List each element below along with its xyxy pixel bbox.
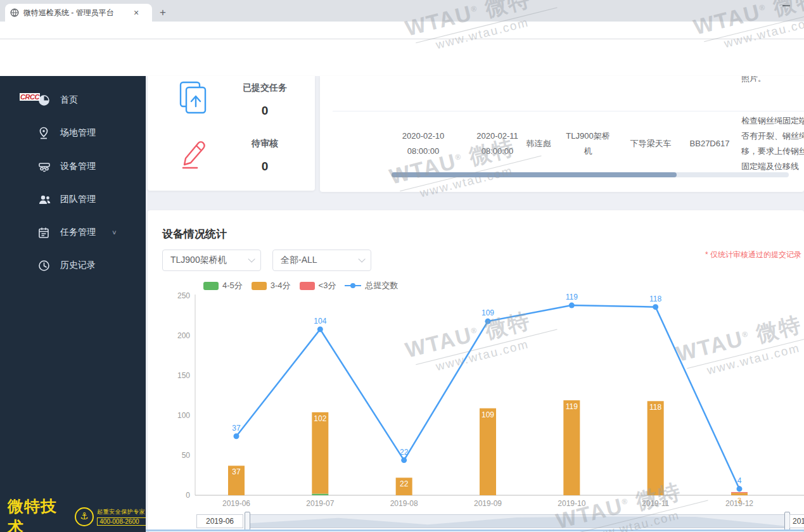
svg-text:22: 22 [400, 448, 409, 457]
svg-text:50: 50 [182, 451, 191, 460]
svg-text:2019-11: 2019-11 [642, 499, 669, 508]
svg-text:2019-08: 2019-08 [390, 499, 418, 508]
sidebar-item-sites[interactable]: 场地管理 [0, 120, 146, 146]
table-hscrollbar-track[interactable] [392, 172, 789, 177]
device-type-select[interactable]: TLJ900架桥机 [162, 250, 261, 271]
sidebar-item-label: 场地管理 [60, 127, 96, 139]
svg-text:104: 104 [314, 317, 326, 326]
svg-text:118: 118 [649, 294, 661, 303]
tab-close-icon[interactable]: × [134, 8, 139, 17]
sidebar-item-label: 任务管理 [60, 227, 96, 238]
datazoom-slider-track[interactable] [248, 514, 786, 528]
svg-text:119: 119 [566, 402, 578, 411]
sidebar-item-label: 历史记录 [60, 260, 96, 271]
stats-card: 已提交任务 0 待审核 0 [148, 76, 315, 191]
location-icon [38, 127, 49, 139]
sidebar: 首页场地管理设备管理团队管理任务管理∨历史记录 微特技术 起重安全保护专家 40… [0, 76, 146, 532]
table-cell: BB27D617 [690, 136, 730, 151]
svg-text:150: 150 [177, 371, 190, 380]
svg-text:100: 100 [177, 411, 190, 420]
wtau-brand-logo: 微特技术 起重安全保护专家 400-008-2600 [0, 502, 146, 532]
stat-value: 0 [217, 104, 312, 118]
svg-text:2019-06: 2019-06 [222, 499, 250, 508]
stat-submitted: 已提交任务 0 [148, 76, 315, 133]
history-icon [38, 260, 50, 272]
brand-tagline: 起重安全保护专家 [97, 508, 146, 516]
browser-toolbar: ← → ⟳ 不安全 | jx-linkcreate.cn:8089/#/dash… [0, 22, 804, 39]
pencil-icon [178, 137, 210, 172]
chevron-down-icon: ∨ [112, 229, 117, 236]
table-cell: 2020-02-1008:00:00 [402, 129, 445, 159]
sidebar-item-teams[interactable]: 团队管理 [0, 187, 146, 212]
browser-tab[interactable]: 微特巡检系统 - 管理员平台 × [5, 4, 152, 22]
table-cell: 08:00:00 [407, 76, 440, 79]
svg-text:37: 37 [232, 467, 241, 476]
sidebar-item-devices[interactable]: 设备管理 [0, 154, 146, 179]
tab-title: 微特巡检系统 - 管理员平台 [23, 8, 130, 18]
table-hscrollbar-thumb[interactable] [392, 172, 677, 177]
table-cell: 2020-02-1108:00:00 [476, 129, 518, 159]
table-cell: 韩连彪 [526, 136, 551, 151]
task-table-card: 08:00:0008:00:00车D油标尺和防冻液照片。2020-02-1008… [320, 76, 804, 192]
cell-description: 检查钢丝绳固定端否有开裂、钢丝绳移，要求上传钢丝固定端及位移线 [741, 113, 804, 174]
browser-tab-strip: 微特巡检系统 - 管理员平台 × + [0, 0, 804, 22]
svg-text:250: 250 [177, 291, 190, 300]
svg-text:37: 37 [232, 424, 241, 433]
sidebar-item-history[interactable]: 历史记录 [0, 253, 146, 278]
sidebar-item-label: 设备管理 [60, 161, 96, 172]
table-cell: 08:00:00 [482, 76, 514, 79]
team-icon [38, 194, 51, 205]
datazoom-silhouette [249, 515, 785, 528]
chart-note: * 仅统计审核通过的提交记录 [705, 250, 801, 260]
sidebar-item-label: 首页 [60, 94, 78, 106]
svg-text:3: 3 [737, 497, 741, 504]
svg-text:4: 4 [737, 476, 742, 485]
svg-text:2019-07: 2019-07 [306, 499, 334, 508]
svg-text:109: 109 [482, 308, 494, 317]
svg-text:119: 119 [566, 293, 578, 301]
svg-text:109: 109 [482, 410, 494, 419]
brand-phone: 400-008-2600 [97, 517, 146, 526]
datazoom-left-handle[interactable] [245, 512, 250, 531]
part-select-value: 全部-ALL [281, 255, 317, 266]
stat-pending: 待审核 0 [148, 133, 315, 190]
svg-text:102: 102 [314, 414, 326, 423]
datazoom-start-label: 2019-06 [196, 514, 243, 528]
brand-globe-hook-icon [75, 507, 94, 526]
task-icon [38, 227, 49, 239]
svg-text:118: 118 [649, 403, 661, 412]
sidebar-item-tasks[interactable]: 任务管理∨ [0, 220, 146, 245]
device-type-value: TLJ900架桥机 [170, 255, 227, 266]
device-stats-chart: 0501001502002502019-06372019-071022019-0… [146, 279, 804, 532]
stat-label: 已提交任务 [217, 82, 312, 94]
brand-name: 微特技术 [8, 496, 72, 532]
svg-text:0: 0 [186, 491, 190, 500]
chevron-down-icon [248, 255, 255, 262]
svg-text:200: 200 [177, 331, 190, 340]
svg-text:2019-10: 2019-10 [558, 499, 585, 508]
part-select[interactable]: 全部-ALL [272, 250, 371, 271]
app-header: CRCC 中国铁建十二局一公司 首页 首页 地图 A★ [0, 39, 804, 76]
cell-description: 油标尺和防冻液照片。 [741, 76, 799, 86]
chevron-down-icon [358, 255, 365, 262]
stat-value: 0 [217, 160, 312, 174]
table-cell: D [706, 76, 712, 79]
window-minimize-icon[interactable] [782, 5, 790, 6]
svg-text:2019-09: 2019-09 [474, 499, 502, 508]
device-icon [38, 161, 51, 173]
section-title: 设备情况统计 [162, 227, 227, 241]
favicon-globe-icon [10, 8, 19, 17]
table-cell: 车 [584, 76, 592, 79]
table-cell: 下导梁天车 [630, 136, 672, 151]
bottom-scroll-strip[interactable] [146, 529, 804, 531]
svg-text:22: 22 [400, 479, 409, 488]
stat-label: 待审核 [217, 138, 312, 149]
crcc-logo-text: CRCC [20, 93, 40, 101]
table-cell: TLJ900架桥机 [566, 129, 609, 159]
upload-doc-icon [178, 81, 208, 118]
sidebar-item-label: 团队管理 [60, 194, 96, 205]
row-divider [333, 111, 804, 111]
new-tab-button[interactable]: + [160, 6, 166, 19]
datazoom-end-label: 2019-12 [789, 514, 804, 528]
